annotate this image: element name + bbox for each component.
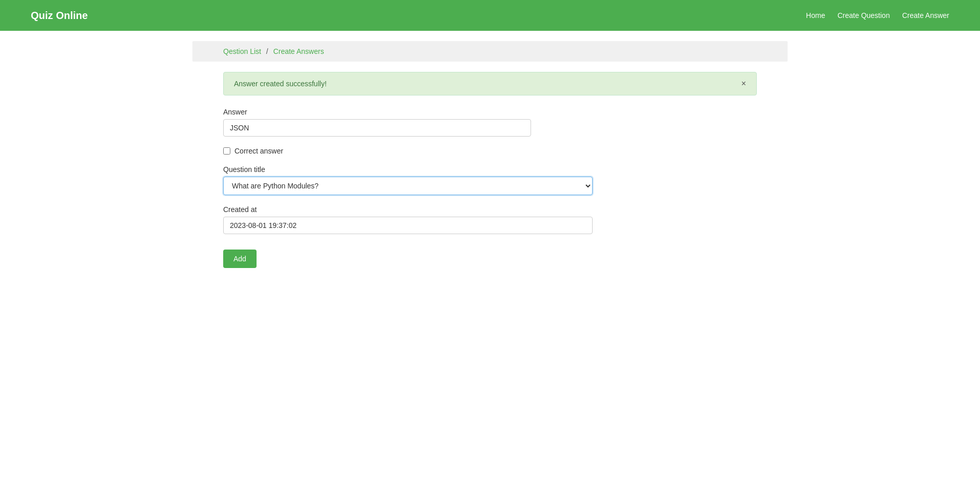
correct-answer-checkbox[interactable] [223,147,230,155]
navbar-links: Home Create Question Create Answer [806,11,949,20]
answer-input[interactable] [223,119,531,137]
breadcrumb: Qestion List / Create Answers [192,41,788,62]
question-title-form-group: Question title What are Python Modules? [223,165,757,195]
main-content: Answer created successfully! × Answer Co… [192,72,788,289]
nav-link-home[interactable]: Home [806,11,825,20]
alert-success: Answer created successfully! × [223,72,757,95]
navbar-brand[interactable]: Quiz Online [31,10,88,22]
add-button[interactable]: Add [223,250,257,268]
alert-message: Answer created successfully! [234,80,327,88]
breadcrumb-separator: / [266,47,268,55]
alert-close-button[interactable]: × [741,80,746,88]
answer-label: Answer [223,108,757,116]
question-title-label: Question title [223,165,757,174]
nav-link-create-answer[interactable]: Create Answer [902,11,949,20]
nav-link-create-question[interactable]: Create Question [837,11,890,20]
question-title-select[interactable]: What are Python Modules? [223,177,593,195]
correct-answer-group: Correct answer [223,147,757,155]
correct-answer-label: Correct answer [234,147,283,155]
answer-form-group: Answer [223,108,757,137]
created-at-input [223,217,593,234]
breadcrumb-parent[interactable]: Qestion List [223,47,261,55]
created-at-label: Created at [223,205,757,214]
created-at-form-group: Created at [223,205,757,234]
breadcrumb-current: Create Answers [273,47,324,55]
navbar: Quiz Online Home Create Question Create … [0,0,980,31]
